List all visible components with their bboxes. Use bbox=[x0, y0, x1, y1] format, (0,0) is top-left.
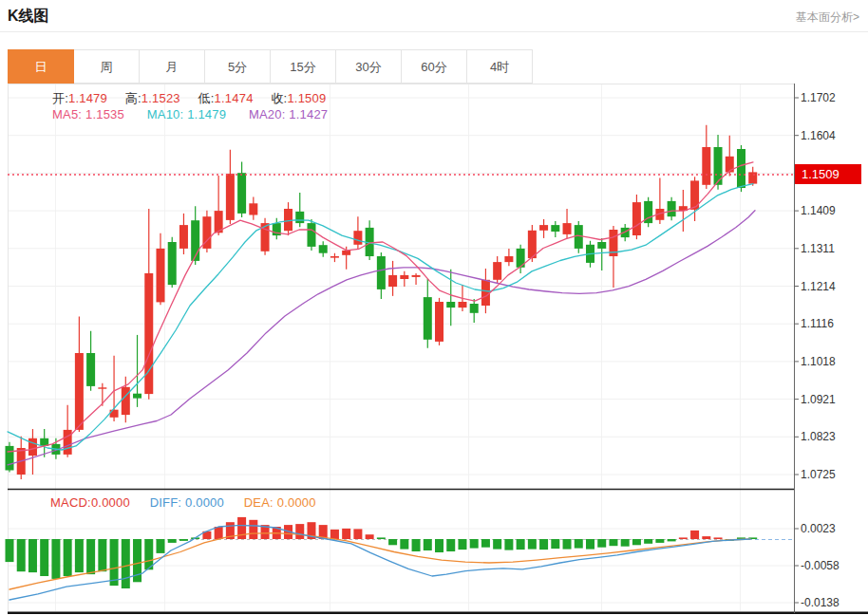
candlestick bbox=[737, 149, 745, 188]
macd-bar bbox=[446, 539, 455, 551]
candlestick bbox=[400, 275, 408, 279]
candlestick bbox=[388, 275, 397, 287]
ohlc-info-row: 开:1.1479 高:1.1523 低:1.1474 收:1.1509 bbox=[52, 90, 340, 107]
kline-page: K线图 基本面分析> 日 周 月 5分 15分 30分 60分 4时 开:1.1… bbox=[0, 0, 868, 615]
price-axis-label: 1.1604 bbox=[801, 129, 836, 142]
macd-bar bbox=[702, 536, 710, 539]
macd-axis-label: -0.0138 bbox=[801, 596, 840, 609]
candlestick bbox=[504, 256, 513, 262]
kline-chart-svg bbox=[0, 84, 868, 615]
macd-bar bbox=[179, 539, 188, 541]
candlestick bbox=[179, 225, 188, 249]
macd-bar bbox=[481, 539, 490, 548]
macd-bar bbox=[400, 539, 408, 550]
candlestick bbox=[702, 147, 710, 185]
candlestick bbox=[133, 394, 142, 399]
tab-day[interactable]: 日 bbox=[8, 49, 74, 84]
tab-60min[interactable]: 60分 bbox=[401, 49, 467, 84]
candlestick bbox=[412, 275, 421, 277]
candlestick bbox=[458, 302, 466, 308]
macd-bar bbox=[655, 539, 664, 543]
tab-30min[interactable]: 30分 bbox=[335, 49, 402, 84]
candlestick bbox=[237, 173, 246, 214]
macd-bar bbox=[586, 539, 594, 550]
price-axis-label: 1.1214 bbox=[801, 280, 836, 293]
macd-bar bbox=[644, 539, 652, 544]
macd-bar bbox=[470, 539, 479, 549]
ma5-legend: MA5: 1.1535 bbox=[52, 107, 124, 121]
fundamental-analysis-link[interactable]: 基本面分析> bbox=[796, 9, 859, 26]
open-value: 1.1479 bbox=[68, 91, 107, 105]
macd-bar bbox=[493, 539, 501, 550]
candlestick bbox=[98, 387, 106, 388]
candlestick bbox=[493, 262, 501, 280]
macd-bar bbox=[64, 539, 72, 576]
macd-bar bbox=[632, 539, 641, 545]
macd-bar bbox=[51, 539, 60, 579]
candlestick bbox=[64, 430, 72, 455]
macd-bar bbox=[98, 539, 106, 571]
tab-week[interactable]: 周 bbox=[73, 49, 140, 84]
macd-bar bbox=[609, 539, 617, 546]
price-axis-label: 1.1116 bbox=[801, 317, 834, 330]
macd-bar bbox=[122, 539, 130, 588]
macd-bar bbox=[690, 531, 699, 539]
low-value: 1.1474 bbox=[215, 91, 254, 105]
candlestick bbox=[295, 212, 304, 223]
low-group: 低:1.1474 bbox=[198, 91, 254, 105]
candlestick bbox=[632, 202, 641, 235]
tab-5min[interactable]: 5分 bbox=[204, 49, 271, 84]
macd-bar bbox=[377, 537, 386, 539]
diff-line bbox=[9, 526, 750, 600]
candlestick bbox=[539, 225, 548, 231]
header-divider bbox=[0, 31, 868, 32]
macd-bar bbox=[110, 539, 119, 586]
tab-15min[interactable]: 15分 bbox=[270, 49, 336, 84]
candlestick bbox=[353, 231, 362, 245]
candlestick bbox=[110, 410, 119, 418]
macd-bar bbox=[40, 539, 48, 576]
macd-bar bbox=[597, 539, 606, 548]
candlestick bbox=[319, 245, 328, 253]
candlestick bbox=[307, 223, 315, 247]
diff-legend: DIFF: 0.0000 bbox=[150, 495, 224, 510]
macd-bar bbox=[366, 534, 374, 539]
candlestick bbox=[342, 251, 350, 255]
price-axis-label: 1.1018 bbox=[801, 355, 836, 368]
macd-bar bbox=[412, 539, 421, 551]
candlestick bbox=[551, 225, 559, 232]
macd-bar bbox=[575, 539, 583, 549]
close-group: 收:1.1509 bbox=[271, 91, 326, 105]
high-value: 1.1523 bbox=[142, 91, 180, 105]
price-axis-label: 1.0921 bbox=[801, 393, 836, 406]
candlestick bbox=[28, 438, 37, 456]
candlestick bbox=[424, 297, 432, 340]
macd-legend-row: MACD:0.0000 DIFF: 0.0000 DEA: 0.0000 bbox=[50, 495, 332, 510]
candlestick bbox=[330, 256, 339, 258]
macd-bar bbox=[342, 529, 350, 539]
macd-bar bbox=[714, 537, 723, 539]
candlestick bbox=[481, 280, 490, 306]
macd-bar bbox=[6, 539, 14, 562]
candlestick bbox=[122, 387, 130, 415]
candlestick bbox=[748, 172, 757, 183]
macd-bar bbox=[424, 539, 432, 550]
macd-bar bbox=[215, 527, 223, 539]
macd-bar bbox=[330, 530, 339, 539]
price-axis-label: 1.1702 bbox=[801, 91, 836, 104]
current-price-badge: 1.1509 bbox=[795, 164, 861, 184]
macd-bar bbox=[353, 529, 362, 539]
candlestick bbox=[668, 201, 676, 216]
macd-bar bbox=[75, 539, 84, 572]
macd-bar bbox=[17, 539, 26, 571]
candlestick bbox=[249, 203, 257, 214]
page-title: K线图 bbox=[8, 7, 49, 27]
macd-legend: MACD:0.0000 bbox=[50, 495, 130, 510]
open-group: 开:1.1479 bbox=[52, 91, 107, 105]
macd-bar bbox=[249, 520, 257, 539]
tab-4hour[interactable]: 4时 bbox=[466, 49, 533, 84]
macd-axis-label: -0.0058 bbox=[801, 559, 840, 572]
tab-month[interactable]: 月 bbox=[139, 49, 205, 84]
high-group: 高:1.1523 bbox=[125, 91, 180, 105]
price-axis-label: 1.0823 bbox=[801, 430, 836, 443]
